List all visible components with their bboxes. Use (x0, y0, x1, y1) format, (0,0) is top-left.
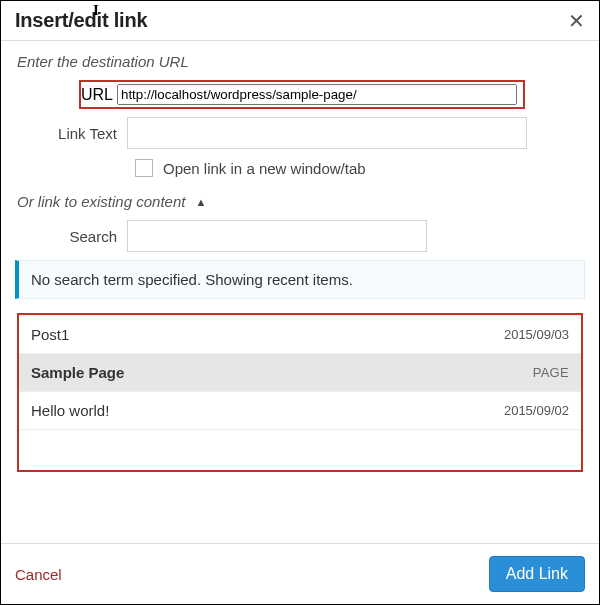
result-item[interactable]: Sample Page PAGE (19, 353, 581, 391)
results-highlight-box: Post1 2015/09/03 Sample Page PAGE Hello … (17, 313, 583, 472)
close-icon[interactable]: ✕ (568, 11, 585, 31)
search-row: Search (17, 220, 583, 252)
results-info-bar: No search term specified. Showing recent… (15, 260, 585, 299)
linktext-label: Link Text (17, 125, 127, 142)
collapse-icon: ▲ (196, 196, 207, 208)
search-label: Search (17, 228, 127, 245)
dialog-body: Enter the destination URL URL Link Text … (1, 41, 599, 543)
url-row: URL (17, 80, 583, 109)
newtab-row: Open link in a new window/tab (135, 159, 583, 177)
results-spacer (19, 430, 581, 470)
result-title: Post1 (31, 326, 69, 343)
dialog-title: Insert/edit link I (15, 9, 147, 32)
result-item[interactable]: Hello world! 2015/09/02 (19, 391, 581, 430)
dialog-footer: Cancel Add Link (1, 543, 599, 604)
result-item[interactable]: Post1 2015/09/03 (19, 315, 581, 353)
url-highlight-box: URL (79, 80, 525, 109)
result-meta: 2015/09/02 (504, 403, 569, 418)
newtab-label: Open link in a new window/tab (163, 160, 366, 177)
url-input[interactable] (117, 84, 517, 105)
url-label: URL (81, 86, 117, 104)
section-destination-heading: Enter the destination URL (17, 53, 583, 70)
linktext-row: Link Text (17, 117, 583, 149)
insert-link-dialog: Insert/edit link I ✕ Enter the destinati… (0, 0, 600, 605)
result-title: Sample Page (31, 364, 124, 381)
result-meta: PAGE (533, 365, 569, 380)
section-existing-heading[interactable]: Or link to existing content ▲ (17, 193, 583, 210)
add-link-button[interactable]: Add Link (489, 556, 585, 592)
newtab-checkbox[interactable] (135, 159, 153, 177)
linktext-input[interactable] (127, 117, 527, 149)
result-meta: 2015/09/03 (504, 327, 569, 342)
dialog-title-text: Insert/edit link (15, 9, 147, 31)
result-title: Hello world! (31, 402, 109, 419)
cancel-button[interactable]: Cancel (15, 566, 62, 583)
search-input[interactable] (127, 220, 427, 252)
dialog-titlebar: Insert/edit link I ✕ (1, 1, 599, 41)
section-existing-heading-text: Or link to existing content (17, 193, 185, 210)
